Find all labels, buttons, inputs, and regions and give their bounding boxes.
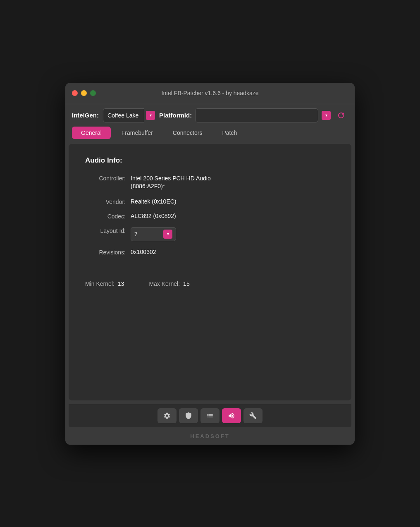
controller-row: Controller: Intel 200 Series PCH HD Audi…	[85, 175, 335, 191]
intelgen-value: Coffee Lake	[103, 108, 144, 122]
settings-button[interactable]	[158, 408, 177, 423]
tab-framebuffer[interactable]: Framebuffer	[112, 127, 162, 139]
tab-connectors[interactable]: Connectors	[164, 127, 212, 139]
tab-patch[interactable]: Patch	[213, 127, 246, 139]
tabs-bar: General Framebuffer Connectors Patch	[65, 127, 355, 144]
traffic-lights	[72, 90, 96, 96]
max-kernel-item: Max Kernel: 15	[149, 280, 189, 287]
close-button[interactable]	[72, 90, 78, 96]
codec-label: Codec:	[85, 213, 131, 220]
vendor-label: Vendor:	[85, 198, 131, 205]
revisions-value: 0x100302	[131, 249, 335, 255]
toolbar: IntelGen: Coffee Lake ▾ PlatformId: ▾	[65, 104, 355, 127]
controller-label: Controller:	[85, 175, 131, 182]
max-kernel-label: Max Kernel:	[149, 280, 180, 287]
layoutid-row: Layout Id: 7 ▾	[85, 227, 335, 241]
vendor-row: Vendor: Realtek (0x10EC)	[85, 198, 335, 205]
max-kernel-value: 15	[183, 280, 190, 287]
intelgen-arrow-icon[interactable]: ▾	[146, 111, 155, 120]
footer-brand: HEADSOFT	[190, 433, 230, 439]
codec-row: Codec: ALC892 (0x0892)	[85, 213, 335, 220]
bottom-toolbar	[69, 404, 351, 427]
tools-button[interactable]	[243, 408, 262, 423]
titlebar: Intel FB-Patcher v1.6.6 - by headkaze	[65, 83, 355, 104]
layoutid-label: Layout Id:	[85, 227, 131, 234]
min-kernel-value: 13	[118, 280, 124, 287]
controller-value: Intel 200 Series PCH HD Audio(8086:A2F0)…	[131, 175, 335, 191]
platformid-section: PlatformId: ▾	[159, 108, 348, 122]
app-window: Intel FB-Patcher v1.6.6 - by headkaze In…	[65, 83, 355, 445]
intelgen-dropdown[interactable]: Coffee Lake ▾	[103, 108, 155, 122]
tab-general[interactable]: General	[72, 127, 111, 139]
platformid-input[interactable]	[195, 108, 318, 122]
list-button[interactable]	[200, 408, 220, 423]
layoutid-value: 7	[134, 231, 138, 237]
audio-button[interactable]	[222, 408, 241, 423]
main-content: Audio Info: Controller: Intel 200 Series…	[69, 144, 351, 400]
min-kernel-label: Min Kernel:	[85, 280, 115, 287]
revisions-row: Revisions: 0x100302	[85, 249, 335, 256]
platformid-dropdown-icon[interactable]: ▾	[322, 111, 331, 120]
refresh-button[interactable]	[334, 108, 348, 122]
minimize-button[interactable]	[81, 90, 87, 96]
layoutid-dropdown[interactable]: 7 ▾	[131, 227, 176, 241]
footer: HEADSOFT	[65, 427, 355, 445]
section-title: Audio Info:	[85, 156, 335, 165]
min-kernel-item: Min Kernel: 13	[85, 280, 124, 287]
vendor-value: Realtek (0x10EC)	[131, 198, 335, 205]
maximize-button[interactable]	[90, 90, 96, 96]
window-title: Intel FB-Patcher v1.6.6 - by headkaze	[161, 90, 258, 96]
shield-button[interactable]	[179, 408, 198, 423]
kernel-row: Min Kernel: 13 Max Kernel: 15	[85, 280, 335, 287]
codec-value: ALC892 (0x0892)	[131, 213, 335, 219]
intelgen-label: IntelGen:	[72, 112, 99, 119]
platformid-label: PlatformId:	[159, 112, 192, 119]
revisions-label: Revisions:	[85, 249, 131, 256]
layoutid-arrow-icon[interactable]: ▾	[163, 230, 172, 239]
